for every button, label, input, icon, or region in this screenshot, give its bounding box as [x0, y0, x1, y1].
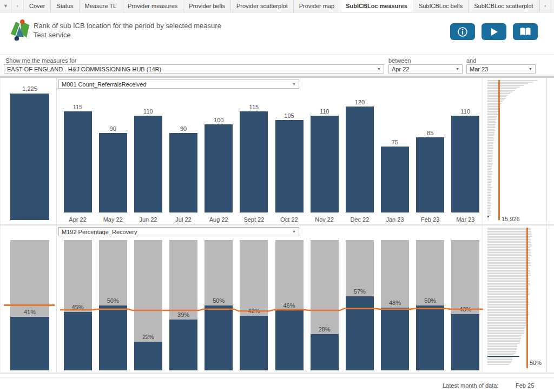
rank-bar[interactable] — [487, 325, 526, 326]
rank-bar[interactable] — [487, 169, 491, 170]
rank-bar[interactable] — [487, 119, 496, 120]
rank-bar[interactable] — [487, 208, 490, 209]
rank-bar[interactable] — [487, 344, 517, 346]
rank-bar[interactable] — [487, 307, 528, 308]
rank-bar[interactable] — [487, 203, 491, 204]
from-month-select[interactable]: Apr 22 ▼ — [388, 64, 463, 74]
rank-bar[interactable] — [487, 323, 528, 324]
rank-bar[interactable] — [487, 343, 520, 344]
rank-bar[interactable] — [487, 327, 525, 328]
rank-bar[interactable] — [487, 213, 491, 214]
rank-bar[interactable] — [487, 362, 511, 363]
rank-bar[interactable] — [487, 320, 528, 321]
month-stacked-bar[interactable]: 39% — [169, 240, 197, 370]
rank-bar[interactable] — [487, 135, 494, 136]
rank-bar[interactable] — [487, 145, 493, 146]
rank-bar[interactable] — [487, 305, 527, 307]
rank-bar[interactable] — [487, 161, 492, 162]
month-bar[interactable] — [416, 137, 444, 212]
month-stacked-bar[interactable]: 50% — [99, 240, 127, 370]
rank-bar[interactable] — [487, 301, 529, 302]
tabs-scroll-right-icon[interactable]: › — [539, 0, 551, 12]
rank-bar[interactable] — [487, 138, 494, 139]
month-stacked-bar[interactable]: 45% — [64, 240, 92, 370]
rank-bar[interactable] — [487, 296, 528, 297]
rank-bar[interactable] — [487, 158, 492, 159]
month-bar[interactable] — [205, 124, 233, 212]
rank-bar[interactable] — [487, 267, 529, 268]
rank-bar[interactable] — [487, 205, 491, 206]
rank-bar[interactable] — [487, 198, 491, 200]
rank-bar[interactable] — [487, 134, 494, 135]
rank-bar[interactable] — [487, 276, 529, 277]
rank-bar[interactable] — [487, 156, 493, 157]
month-stacked-bar[interactable]: 28% — [311, 240, 339, 370]
rank-bar[interactable] — [487, 82, 533, 83]
rank-bar[interactable] — [487, 280, 529, 281]
rank-bar[interactable] — [487, 132, 494, 133]
rank-bar[interactable] — [487, 130, 495, 131]
rank-bar[interactable] — [487, 283, 530, 284]
rank-bar[interactable] — [487, 150, 493, 151]
rank-bar[interactable] — [487, 216, 489, 217]
rank-bar[interactable] — [487, 101, 503, 102]
rank-bar[interactable] — [487, 182, 491, 183]
rank-bar[interactable] — [487, 147, 493, 148]
rank-bar[interactable] — [487, 346, 517, 347]
rank-bar[interactable] — [487, 254, 531, 255]
rank-bar[interactable] — [487, 143, 493, 144]
rank-bar[interactable] — [487, 315, 527, 316]
rank-bar[interactable] — [487, 181, 492, 182]
rank-bar[interactable] — [487, 247, 530, 248]
rank-bar[interactable] — [487, 242, 531, 243]
rank-bar[interactable] — [487, 262, 530, 263]
tab-cover[interactable]: Cover — [24, 0, 51, 12]
rank-bar[interactable] — [487, 168, 492, 169]
rank-bar[interactable] — [487, 258, 530, 260]
month-bar[interactable] — [451, 116, 479, 212]
rank-bar[interactable] — [487, 232, 531, 234]
month-stacked-bar[interactable]: 57% — [346, 240, 374, 370]
month-stacked-bar[interactable]: 50% — [205, 240, 233, 370]
rank-bar[interactable] — [487, 189, 491, 190]
rank-bar[interactable] — [487, 116, 497, 117]
tab-provider-measures[interactable]: Provider measures — [122, 0, 183, 12]
rank-bar[interactable] — [487, 250, 531, 251]
rank-bar[interactable] — [487, 312, 529, 313]
rank-bar[interactable] — [487, 185, 491, 187]
rank-bar[interactable] — [487, 99, 504, 101]
rank-bar[interactable] — [487, 351, 516, 352]
rank-bar[interactable] — [487, 293, 530, 294]
info-button[interactable] — [450, 23, 475, 40]
tab-provider-bells[interactable]: Provider bells — [183, 0, 231, 12]
rank-bar[interactable] — [487, 109, 499, 110]
rank-bar[interactable] — [487, 331, 524, 333]
rank-bar[interactable] — [487, 265, 531, 266]
month-bar[interactable] — [99, 133, 127, 212]
month-bar[interactable] — [240, 111, 268, 212]
rank-bar[interactable] — [487, 294, 530, 295]
rank-bar[interactable] — [487, 117, 497, 118]
rank-bar[interactable] — [487, 302, 529, 303]
rank-bar[interactable] — [487, 330, 524, 331]
rank-bar[interactable] — [487, 121, 496, 122]
rank-bar[interactable] — [487, 211, 491, 212]
rank-bar[interactable] — [487, 299, 529, 300]
rank-bar[interactable] — [487, 87, 520, 88]
rank-bar[interactable] — [487, 236, 532, 237]
rank-bar[interactable] — [487, 155, 493, 156]
rank-bar[interactable] — [487, 317, 527, 318]
month-bar[interactable] — [311, 116, 339, 212]
rank-bar[interactable] — [487, 151, 493, 152]
rank-bar[interactable] — [487, 349, 516, 350]
rank-bar[interactable] — [487, 341, 520, 342]
rank-bar[interactable] — [487, 179, 492, 180]
rank-bar[interactable] — [487, 228, 531, 229]
rank-bar[interactable] — [487, 275, 531, 276]
rank-bar[interactable] — [487, 197, 491, 198]
rank-bar[interactable] — [487, 210, 490, 211]
rank-bar[interactable] — [487, 356, 519, 357]
guide-button[interactable] — [513, 23, 538, 40]
rank-bar[interactable] — [487, 176, 491, 177]
rank-bar[interactable] — [487, 124, 496, 125]
